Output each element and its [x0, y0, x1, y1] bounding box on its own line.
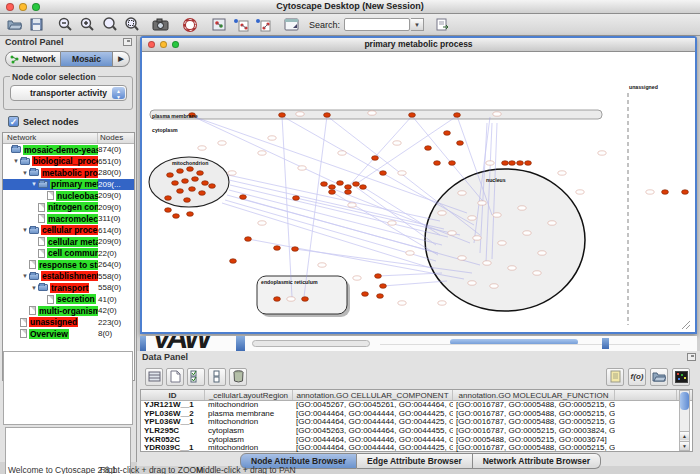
matrix-view-icon[interactable]	[672, 368, 690, 386]
network-node[interactable]	[172, 181, 179, 186]
network-node[interactable]	[345, 190, 352, 195]
network-node[interactable]	[292, 247, 299, 252]
float-data-panel-icon[interactable]	[687, 353, 696, 361]
network-node[interactable]	[380, 284, 387, 289]
tree-expand-arrow-icon[interactable]: ▼	[30, 285, 38, 291]
network-node[interactable]	[187, 212, 194, 217]
resize-grip-icon[interactable]	[682, 321, 690, 329]
more-tabs-arrow-icon[interactable]: ▶	[113, 51, 130, 67]
network-node[interactable]	[425, 146, 432, 151]
tree-row-cell-communicat[interactable]: cell communicat22(0)	[3, 248, 134, 260]
network-node[interactable]	[329, 190, 336, 195]
tree-row-multi-organism-pro[interactable]: multi-organism pro42(0)	[3, 305, 134, 317]
network-node[interactable]	[189, 187, 196, 192]
network-node[interactable]	[192, 177, 199, 182]
tree-row-metabolic-process[interactable]: ▼metabolic process280(0)	[3, 167, 134, 179]
tree-row-macromolecule[interactable]: macromolecule311(0)	[3, 213, 134, 225]
network-node[interactable]	[457, 141, 464, 146]
tree-row-unassigned[interactable]: unassigned223(0)	[3, 317, 134, 329]
tree-row-response-to-stimulu[interactable]: response to stimulu264(0)	[3, 259, 134, 271]
tree-expand-arrow-icon[interactable]: ▼	[21, 227, 29, 233]
network-node[interactable]	[274, 246, 281, 251]
network-node[interactable]	[329, 185, 336, 190]
table-row-YLR295C[interactable]: YLR295Ccytoplasm[GO:0045263, GO:0044464,…	[141, 427, 692, 436]
tree-row-primary-metabo[interactable]: ▼primary metabo209(...	[3, 179, 134, 191]
attribute-table-header[interactable]: ID_cellularLayoutRegionannotation.GO CEL…	[141, 390, 692, 401]
network-node[interactable]	[182, 179, 189, 184]
zoom-out-icon[interactable]	[55, 15, 76, 35]
network-node[interactable]	[337, 181, 344, 186]
attribute-browser-icon[interactable]	[281, 15, 302, 35]
tree-row-biological-process[interactable]: ▼biological_process651(0)	[3, 156, 134, 168]
scroll-down-icon[interactable]: ▼	[680, 441, 689, 450]
network-node[interactable]	[377, 294, 384, 299]
network-window-titlebar[interactable]: primary metabolic process	[142, 38, 695, 52]
column-header-extra[interactable]	[615, 390, 677, 400]
birdseye-view-panel[interactable]	[3, 351, 133, 425]
network-node[interactable]	[199, 191, 206, 196]
select-nodes-checkbox[interactable]: ✓	[8, 116, 19, 127]
tree-expand-arrow-icon[interactable]: ▼	[12, 158, 20, 164]
node-color-attribute-select[interactable]: transporter activity ▲▼	[10, 85, 127, 101]
network-node[interactable]	[302, 297, 309, 302]
select-attributes-icon[interactable]	[187, 368, 205, 386]
column-header-_cellularLayoutRegion[interactable]: _cellularLayoutRegion	[205, 390, 293, 400]
table-row-YJR121W__1[interactable]: YJR121W__1mitochondrion[GO:0045267, GO:0…	[141, 401, 692, 410]
column-header-annotation.GO CELLULAR_COMPONENT[interactable]: annotation.GO CELLULAR_COMPONENT	[293, 390, 453, 400]
network-node[interactable]	[209, 184, 216, 189]
tree-row-nucleobase-[interactable]: nucleobase-209(0)	[3, 190, 134, 202]
network-node[interactable]	[345, 185, 352, 190]
network-node[interactable]	[454, 113, 461, 118]
network-node[interactable]	[360, 185, 367, 190]
network-node[interactable]	[380, 171, 387, 176]
import-attributes-icon[interactable]	[606, 368, 624, 386]
unselect-attributes-icon[interactable]	[208, 368, 226, 386]
network-node[interactable]	[274, 297, 281, 302]
float-panel-icon[interactable]	[123, 38, 132, 46]
network-node[interactable]	[682, 190, 689, 195]
network-node[interactable]	[449, 161, 456, 166]
tab-mosaic[interactable]: Mosaic	[61, 51, 113, 67]
network-node[interactable]	[353, 182, 360, 187]
network-node[interactable]	[517, 161, 524, 166]
apply-layout-icon[interactable]	[230, 15, 251, 35]
scrollbar-thumb[interactable]	[680, 392, 689, 410]
column-header-annotation.GO MOLECULAR_FUNCTION[interactable]: annotation.GO MOLECULAR_FUNCTION	[453, 390, 615, 400]
network-canvas[interactable]: plasma membranecytoplasmmitochondrionnuc…	[142, 53, 695, 332]
tree-row-establishment-of-lo[interactable]: ▼establishment of lo558(0)	[3, 271, 134, 283]
tree-row-overview[interactable]: Overview8(0)	[3, 328, 134, 340]
scroll-up-icon[interactable]: ▲	[680, 431, 689, 440]
attribute-table[interactable]: ID_cellularLayoutRegionannotation.GO CEL…	[140, 389, 693, 452]
network-node[interactable]	[525, 161, 532, 166]
network-node[interactable]	[293, 196, 300, 201]
network-node[interactable]	[662, 190, 669, 195]
network-node[interactable]	[240, 195, 247, 200]
network-node[interactable]	[202, 181, 209, 186]
network-node[interactable]	[177, 169, 184, 174]
network-node[interactable]	[187, 167, 194, 172]
tree-row-cellular-metabo[interactable]: cellular metabo209(0)	[3, 236, 134, 248]
zoom-in-icon[interactable]	[77, 15, 98, 35]
network-node[interactable]	[434, 161, 441, 166]
zoom-selected-icon[interactable]	[121, 15, 142, 35]
table-scrollbar[interactable]: ▲ ▼	[679, 390, 690, 451]
plugins-help-icon[interactable]	[179, 15, 200, 35]
network-node[interactable]	[321, 182, 328, 187]
network-node[interactable]	[197, 171, 204, 176]
network-node[interactable]	[444, 131, 451, 136]
network-node[interactable]	[173, 214, 180, 219]
table-row-YPL036W__1[interactable]: YPL036W__1mitochondrion[GO:0044464, GO:0…	[141, 418, 692, 427]
create-attribute-icon[interactable]	[166, 368, 184, 386]
tree-expand-arrow-icon[interactable]: ▼	[30, 181, 38, 187]
open-attribute-file-icon[interactable]	[650, 368, 668, 386]
network-node[interactable]	[502, 161, 509, 166]
function-builder-icon[interactable]: f(o)	[628, 368, 646, 386]
tab-network[interactable]: Network	[5, 51, 61, 67]
search-dropdown-icon[interactable]: ▼	[411, 18, 424, 31]
network-node[interactable]	[177, 189, 184, 194]
table-row-YKR052C[interactable]: YKR052Ccytoplasm[GO:0044464, GO:0044446,…	[141, 436, 692, 445]
network-node[interactable]	[362, 292, 369, 297]
table-row-YPL036W__2[interactable]: YPL036W__2plasma membrane[GO:0044464, GO…	[141, 410, 692, 419]
network-node[interactable]	[324, 113, 331, 118]
network-node[interactable]	[167, 173, 174, 178]
